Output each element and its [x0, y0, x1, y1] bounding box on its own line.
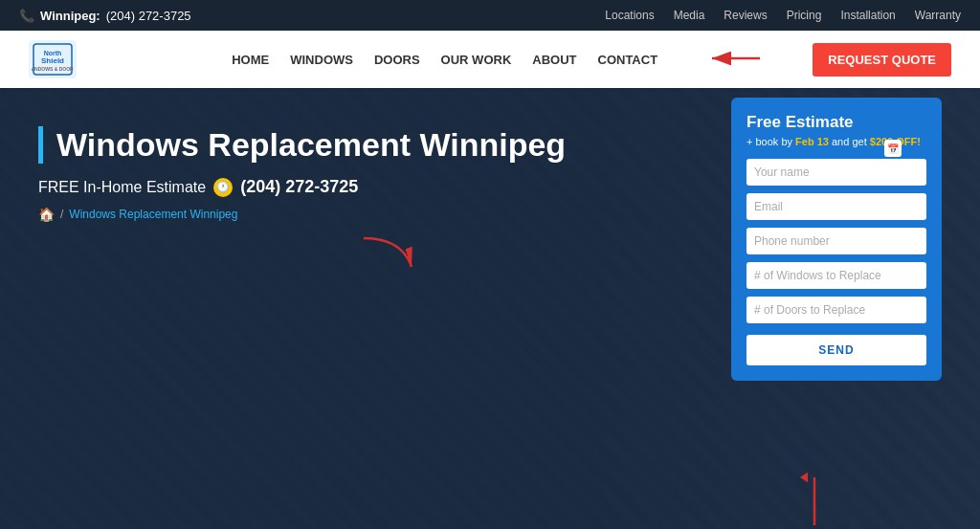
phone-number: (204) 272-3725 [106, 9, 191, 23]
nav-link[interactable]: CONTACT [598, 53, 658, 67]
arrow-to-request [707, 44, 765, 77]
hero-section: Windows Replacement Winnipeg FREE In-Hom… [0, 88, 980, 529]
arrow-to-form [791, 473, 838, 529]
send-button[interactable]: SEND [746, 335, 926, 365]
topbar-nav-link[interactable]: Reviews [724, 9, 767, 22]
breadcrumb-separator: / [60, 208, 63, 221]
clock-icon: 🕐 [213, 178, 233, 197]
arrow-to-phone [354, 233, 421, 280]
topbar-nav-link[interactable]: Warranty [915, 9, 961, 22]
nav-link[interactable]: WINDOWS [290, 53, 353, 67]
topbar-nav-link[interactable]: Media [674, 9, 705, 22]
svg-text:North: North [44, 50, 62, 56]
nav-bar: North Shield WINDOWS & DOORS HOMEWINDOWS… [0, 31, 980, 88]
doors-input[interactable] [746, 297, 926, 323]
nav-link[interactable]: OUR WORK [441, 53, 512, 67]
breadcrumb-link[interactable]: Windows Replacement Winnipeg [69, 208, 237, 221]
email-input[interactable] [746, 193, 926, 220]
hero-phone: (204) 272-3725 [240, 177, 358, 197]
nav-link[interactable]: DOORS [374, 53, 420, 67]
nav-links: HOMEWINDOWSDOORSOUR WORKABOUTCONTACT [232, 53, 657, 67]
top-bar: 📞 Winnipeg: (204) 272-3725 LocationsMedi… [0, 0, 980, 31]
top-bar-nav: LocationsMediaReviewsPricingInstallation… [605, 9, 961, 22]
phone-icon: 📞 [19, 9, 34, 23]
logo-icon: North Shield WINDOWS & DOORS [29, 40, 77, 78]
home-icon: 🏠 [38, 207, 55, 222]
svg-text:Shield: Shield [41, 56, 64, 65]
calendar-icon: 📅 [884, 140, 902, 157]
free-estimate-text: FREE In-Home Estimate [38, 179, 206, 196]
topbar-nav-link[interactable]: Installation [840, 9, 895, 22]
topbar-nav-link[interactable]: Locations [605, 9, 654, 22]
promo-date: Feb 13 [795, 136, 829, 147]
phone-input[interactable] [746, 228, 926, 254]
nav-link[interactable]: ABOUT [532, 53, 576, 67]
estimate-form: Free Estimate + book by Feb 13 and get $… [731, 98, 942, 381]
city-label: Winnipeg: [40, 9, 100, 23]
hero-subtitle: FREE In-Home Estimate 🕐 (204) 272-3725 [38, 177, 574, 197]
logo: North Shield WINDOWS & DOORS [29, 40, 77, 78]
top-bar-phone: 📞 Winnipeg: (204) 272-3725 [19, 9, 191, 23]
name-input[interactable] [746, 159, 926, 186]
estimate-form-title: Free Estimate [746, 113, 926, 132]
promo-middle: and get [832, 136, 867, 147]
breadcrumb: 🏠 / Windows Replacement Winnipeg [38, 207, 574, 222]
topbar-nav-link[interactable]: Pricing [787, 9, 822, 22]
promo-prefix: + book by [746, 136, 792, 147]
hero-title: Windows Replacement Winnipeg [38, 126, 574, 164]
request-quote-button[interactable]: REQUEST QUOTE [813, 43, 951, 77]
hero-content: Windows Replacement Winnipeg FREE In-Hom… [0, 88, 612, 222]
svg-text:WINDOWS & DOORS: WINDOWS & DOORS [32, 66, 74, 72]
nav-link[interactable]: HOME [232, 53, 269, 67]
windows-input[interactable] [746, 262, 926, 289]
